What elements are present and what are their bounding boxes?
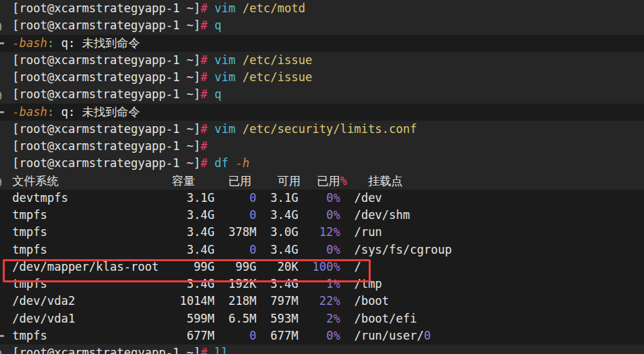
command-token: vim bbox=[215, 70, 236, 84]
space bbox=[208, 18, 215, 32]
df-cell-pct-sign: % bbox=[333, 312, 340, 325]
space bbox=[340, 329, 354, 342]
df-cell-pct-sign: % bbox=[333, 243, 340, 256]
space bbox=[298, 243, 326, 256]
space bbox=[215, 312, 228, 325]
df-cell-pct: 22 bbox=[319, 294, 333, 308]
prompt-user-host: [root@xcarmstrategyapp-1 ~] bbox=[12, 87, 200, 101]
space bbox=[340, 312, 354, 325]
df-cell-used: 0 bbox=[249, 329, 256, 342]
df-cell-pct: 1 bbox=[326, 277, 333, 291]
df-cell-used: 0 bbox=[249, 208, 256, 222]
prompt-hash: # bbox=[200, 139, 207, 153]
terminal[interactable]: [root@xcarmstrategyapp-1 ~]# vim /etc/mo… bbox=[0, 0, 644, 354]
space bbox=[208, 87, 215, 101]
terminal-line-1: [root@xcarmstrategyapp-1 ~]# q9 bbox=[0, 17, 644, 35]
df-cell-avail: 3.4G bbox=[271, 277, 298, 291]
terminal-line-14: tmpfs 3.4G 0 3.4G 0% /sys/fs/cgroup bbox=[0, 241, 644, 259]
df-header-cell-1: 容量 bbox=[172, 173, 195, 190]
space bbox=[340, 191, 354, 205]
df-cell-mount: /run bbox=[354, 225, 382, 239]
space bbox=[256, 225, 270, 239]
terminal-line-6: -bash: q: 未找到命令 bbox=[0, 104, 644, 121]
prompt-user-host: [root@xcarmstrategyapp-1 ~] bbox=[12, 156, 200, 170]
df-cell-used: 0 bbox=[249, 191, 256, 205]
terminal-line-20: [root@xcarmstrategyapp-1 ~]# ll9 bbox=[0, 344, 644, 354]
df-cell-avail: 3.4G bbox=[271, 243, 298, 256]
space bbox=[298, 260, 312, 274]
terminal-line-0: [root@xcarmstrategyapp-1 ~]# vim /etc/mo… bbox=[0, 0, 644, 18]
space bbox=[256, 294, 270, 308]
df-cell-avail: 677M bbox=[271, 329, 298, 342]
error-colon: : bbox=[47, 36, 54, 50]
space bbox=[159, 260, 194, 274]
space bbox=[75, 294, 180, 308]
df-cell-mount: /dev bbox=[354, 191, 382, 205]
command-token: q bbox=[215, 87, 221, 101]
error-program: -bash bbox=[12, 105, 47, 119]
space bbox=[47, 329, 187, 342]
df-cell-avail: 3.4G bbox=[271, 208, 298, 222]
space bbox=[340, 294, 354, 308]
df-header-text: 可用 bbox=[277, 174, 301, 188]
terminal-line-11: devtmpfs 3.1G 0 3.1G 0% /dev bbox=[0, 190, 644, 207]
df-header-cell-5: 挂载点 bbox=[368, 173, 403, 190]
df-cell-mount: /dev/shm bbox=[354, 208, 410, 222]
command-token: vim bbox=[215, 1, 236, 15]
terminal-line-19: tmpfs 677M 0 677M 0% /run/user/0 bbox=[0, 327, 644, 345]
path-token: /etc/motd bbox=[236, 1, 305, 15]
df-cell-size: 99G bbox=[194, 260, 215, 274]
df-cell-pct-sign: % bbox=[333, 191, 340, 205]
space bbox=[208, 53, 215, 67]
df-cell-pct: 0 bbox=[326, 208, 333, 222]
df-cell-pct-sign: % bbox=[333, 294, 340, 308]
df-cell-size: 599M bbox=[187, 312, 215, 325]
space bbox=[47, 208, 187, 222]
space bbox=[340, 243, 354, 256]
df-cell-pct: 0 bbox=[326, 243, 333, 256]
space bbox=[215, 243, 249, 256]
gutter-clipped-glyph: 9 bbox=[0, 346, 3, 354]
terminal-line-8: [root@xcarmstrategyapp-1 ~]# bbox=[0, 138, 644, 156]
prompt-hash: # bbox=[200, 1, 207, 15]
error-colon: : bbox=[47, 105, 54, 119]
prompt-user-host: [root@xcarmstrategyapp-1 ~] bbox=[12, 1, 200, 15]
terminal-line-10: 文件系统容量已用可用已用%挂载点9 bbox=[0, 173, 644, 190]
df-cell-filesystem: devtmpfs bbox=[12, 191, 68, 205]
prompt-hash: # bbox=[200, 122, 207, 136]
gutter-clipped-glyph: 9 bbox=[0, 175, 3, 188]
df-cell-filesystem: tmpfs bbox=[12, 225, 47, 239]
df-header-cell-0: 文件系统 bbox=[12, 173, 59, 190]
df-cell-filesystem: /dev/vda1 bbox=[12, 312, 75, 325]
df-header-cell-4: 已用% bbox=[317, 173, 347, 190]
path-token: /etc/issue bbox=[236, 70, 313, 84]
df-cell-mount: /boot/efi bbox=[354, 312, 417, 325]
df-cell-used: 218M bbox=[228, 294, 256, 308]
space bbox=[256, 208, 270, 222]
space bbox=[215, 260, 236, 274]
gutter-dash-mark bbox=[0, 335, 4, 337]
df-cell-used: 192K bbox=[228, 277, 256, 291]
space bbox=[47, 225, 187, 239]
df-cell-avail: 593M bbox=[271, 312, 298, 325]
space bbox=[256, 329, 270, 342]
df-cell-mount: /tmp bbox=[354, 277, 382, 291]
space bbox=[215, 277, 228, 291]
space bbox=[208, 122, 215, 136]
space bbox=[298, 294, 320, 308]
df-header-text: 挂载点 bbox=[368, 174, 403, 188]
space bbox=[215, 225, 228, 239]
space bbox=[340, 260, 354, 274]
prompt-hash: # bbox=[200, 18, 207, 32]
prompt-user-host: [root@xcarmstrategyapp-1 ~] bbox=[12, 346, 200, 354]
df-header-percent: % bbox=[340, 174, 347, 188]
terminal-line-9: [root@xcarmstrategyapp-1 ~]# df -h bbox=[0, 155, 644, 173]
df-cell-pct: 2 bbox=[326, 312, 333, 325]
terminal-line-2: -bash: q: 未找到命令 bbox=[0, 35, 644, 53]
space bbox=[47, 277, 187, 291]
df-cell-size: 677M bbox=[187, 329, 215, 342]
df-cell-size: 3.4G bbox=[187, 243, 215, 256]
command-token: vim bbox=[215, 53, 236, 67]
df-cell-size: 3.4G bbox=[187, 208, 215, 222]
space bbox=[208, 156, 215, 170]
